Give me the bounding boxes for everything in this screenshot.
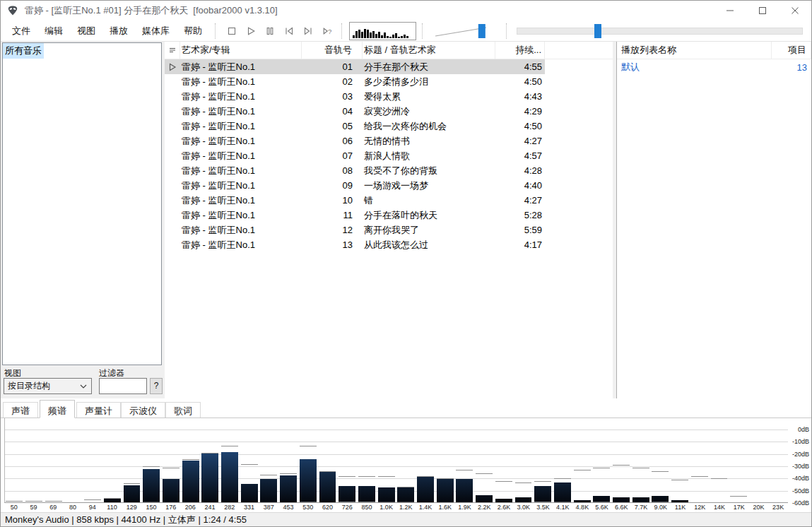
artist-cell: 雷婷 - 监听王No.1	[180, 120, 302, 133]
peak-hold-line	[221, 446, 238, 446]
seek-bar[interactable]	[517, 22, 803, 40]
playlist-row[interactable]: 雷婷 - 监听王No.111分手在落叶的秋天5:28	[165, 208, 545, 223]
spectrum-bar	[201, 454, 218, 502]
column-header-artist-album[interactable]: 艺术家/专辑	[180, 42, 302, 59]
play-button[interactable]	[242, 23, 259, 40]
playlist-row[interactable]: 雷婷 - 监听王No.105给我一次疼你的机会4:50	[165, 119, 545, 134]
playlist-row[interactable]: 雷婷 - 监听王No.106无情的情书4:27	[165, 134, 545, 148]
playlist-row[interactable]: 雷婷 - 监听王No.103爱得太累4:43	[165, 89, 545, 104]
filter-input[interactable]	[99, 378, 147, 394]
spectrum-bar	[495, 499, 512, 502]
seek-thumb[interactable]	[594, 24, 601, 38]
peak-hold-line	[417, 476, 434, 477]
random-button[interactable]: ?	[318, 23, 336, 40]
artist-cell: 雷婷 - 监听王No.1	[180, 224, 302, 237]
stop-icon	[226, 25, 237, 37]
menu-item[interactable]: 播放	[102, 22, 135, 40]
spectrum-bar	[456, 479, 473, 502]
db-tick-label: -40dB	[792, 475, 809, 482]
spectrum-bar	[182, 461, 199, 502]
artist-cell: 雷婷 - 监听王No.1	[180, 76, 302, 88]
tab-声量计[interactable]: 声量计	[76, 402, 121, 418]
playlist-row[interactable]: 雷婷 - 监听王No.102多少柔情多少泪4:50	[165, 74, 545, 89]
title-cell: 给我一次疼你的机会	[363, 120, 495, 133]
previous-button[interactable]	[280, 23, 298, 40]
view-dropdown[interactable]: 按目录结构	[4, 378, 92, 394]
peak-hold-line	[260, 475, 277, 475]
title-cell: 分手在那个秋天	[363, 61, 495, 73]
spectrum-bar	[534, 486, 551, 502]
duration-cell: 4:27	[495, 195, 545, 206]
playlist-row[interactable]: 雷婷 - 监听王No.101分手在那个秋天4:55	[165, 59, 545, 74]
spectrum-bar	[241, 484, 258, 502]
filter-help-button[interactable]: ?	[150, 378, 163, 394]
tab-歌词[interactable]: 歌词	[165, 402, 201, 418]
frequency-tick-label: 7.7K	[635, 504, 648, 511]
playlist-row[interactable]: 雷婷 - 监听王No.109一场游戏一场梦4:40	[165, 178, 545, 193]
column-header-playlist-name[interactable]: 播放列表名称	[617, 42, 772, 59]
db-gridline	[5, 466, 788, 467]
tab-频谱[interactable]: 频谱	[40, 400, 75, 418]
close-button[interactable]	[779, 1, 811, 20]
mini-bar	[387, 36, 389, 38]
menu-item[interactable]: 文件	[5, 22, 37, 40]
db-tick-label: 0dB	[798, 426, 809, 433]
maximize-button[interactable]	[746, 1, 779, 20]
next-button[interactable]	[299, 23, 317, 40]
svg-text:?: ?	[328, 28, 331, 35]
track-number-cell: 01	[302, 61, 363, 72]
spectrum-bar	[221, 452, 238, 502]
playlist-row[interactable]: 雷婷 - 监听王No.107新浪人情歌4:57	[165, 148, 545, 163]
column-header-item-count[interactable]: 项目	[772, 42, 811, 59]
playlist-row[interactable]: 雷婷 - 监听王No.108我受不了你的背叛4:28	[165, 163, 545, 178]
column-header-track-number[interactable]: 音轨号	[302, 42, 363, 59]
playlist-row[interactable]: 雷婷 - 监听王No.112离开你我哭了5:59	[165, 223, 545, 237]
menu-item[interactable]: 帮助	[177, 22, 209, 40]
status-bar: Monkey's Audio | 858 kbps | 44100 Hz | 立…	[1, 512, 811, 526]
frequency-tick-label: 11K	[675, 504, 686, 511]
artist-cell: 雷婷 - 监听王No.1	[180, 194, 302, 207]
tab-声谱[interactable]: 声谱	[3, 402, 38, 418]
pause-button[interactable]	[261, 23, 278, 40]
playing-column-header[interactable]	[165, 42, 180, 59]
play-icon	[245, 25, 257, 37]
menu-item[interactable]: 视图	[70, 22, 102, 40]
toolbar-grip	[506, 23, 509, 39]
peak-hold-line	[671, 480, 688, 480]
seek-track[interactable]	[517, 28, 803, 35]
spectrum-bar	[358, 486, 375, 502]
track-number-cell: 08	[302, 165, 363, 176]
mini-bar	[355, 31, 358, 38]
playlist-row[interactable]: 雷婷 - 监听王No.104寂寞沙洲冷4:29	[165, 104, 545, 119]
spectrum-bar	[417, 477, 434, 502]
duration-cell: 4:43	[495, 91, 545, 102]
spectrum-bar	[319, 472, 336, 502]
column-header-title[interactable]: 标题 / 音轨艺术家	[363, 42, 495, 59]
column-header-duration[interactable]: 持续...	[495, 42, 545, 59]
status-text: Monkey's Audio | 858 kbps | 44100 Hz | 立…	[5, 514, 247, 526]
playlist-row[interactable]: 雷婷 - 监听王No.110错4:27	[165, 193, 545, 208]
minimize-button[interactable]	[714, 1, 746, 20]
library-item-all-music[interactable]: 所有音乐	[3, 43, 44, 59]
menu-item[interactable]: 编辑	[37, 22, 70, 40]
peak-hold-line	[652, 471, 669, 472]
track-number-cell: 03	[302, 91, 363, 102]
volume-thumb	[478, 24, 486, 38]
menu-item[interactable]: 媒体库	[135, 22, 177, 40]
track-number-cell: 10	[302, 195, 363, 206]
spectrum-bar	[515, 497, 532, 502]
playlist-row[interactable]: 雷婷 - 监听王No.113从此我该怎么过4:17	[165, 237, 545, 252]
frequency-tick-label: 387	[264, 504, 274, 511]
stop-button[interactable]	[223, 23, 240, 40]
spectrum-bar	[437, 479, 454, 502]
volume-slider[interactable]	[430, 22, 500, 40]
artist-cell: 雷婷 - 监听王No.1	[180, 150, 302, 162]
db-gridline	[5, 491, 788, 492]
peak-hold-line	[613, 465, 630, 466]
playlist-list-row[interactable]: 默认13	[617, 59, 811, 75]
tab-示波仪[interactable]: 示波仪	[121, 402, 165, 418]
duration-cell: 4:29	[495, 106, 545, 117]
mini-bar	[401, 36, 403, 38]
library-list[interactable]: 所有音乐	[2, 42, 162, 365]
track-number-cell: 11	[302, 210, 363, 220]
